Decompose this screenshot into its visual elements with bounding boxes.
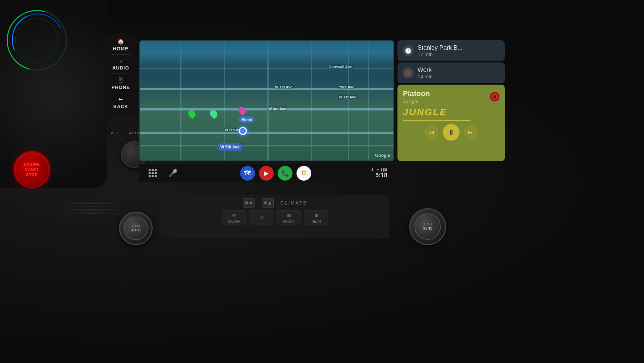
briefcase-icon: 💼 [403, 67, 414, 78]
bottom-nav-left: 🎤 [146, 167, 179, 180]
maps-icon: 🗺 [244, 169, 251, 177]
map-area[interactable]: Cornwall Ave W 1st Ave York Ave W 1st Av… [140, 41, 393, 161]
street-6th [140, 145, 393, 146]
back-icon: ⬅ [118, 96, 123, 102]
vent-line-1 [60, 202, 121, 204]
on-off-label: ON/OFF [227, 220, 240, 223]
fan-down-icon: ▼ [249, 200, 253, 206]
nav-phone-label: PHONE [112, 85, 130, 90]
sync-climate-knob[interactable]: PUSH SYNC [409, 208, 446, 245]
climate-top-row: ❄ ▼ ❄ ▲ CLIMATE [243, 198, 308, 208]
work-card[interactable]: 💼 Work 14 min [397, 62, 505, 83]
battery-icon: ▮▮▮ [380, 167, 387, 172]
water-area [140, 41, 393, 64]
apps-button[interactable] [146, 167, 159, 180]
rear-defrost-button[interactable]: ≋ REAR [305, 210, 328, 225]
google-icon: G [302, 170, 306, 177]
nav-phone[interactable]: 📱 PHONE [112, 77, 130, 90]
fan-icon: ❄ [245, 200, 249, 206]
w1st-label: W 1st Ave [274, 85, 293, 89]
music-controls: ⏮ ⏸ ⏭ [403, 124, 499, 141]
nav-back-label: BACK [113, 104, 128, 109]
signal-icon: LTE [372, 167, 379, 172]
fan-up-arrow: ▲ [267, 200, 272, 206]
front-defrost-icon: ≋ [287, 212, 291, 219]
google-watermark: Google [375, 153, 390, 158]
ac-icon: ❄ [232, 212, 236, 219]
audio-icon: ♪ [119, 58, 122, 64]
phone-call-icon: 📞 [281, 170, 289, 177]
vent-line-2 [60, 206, 121, 207]
stanley-park-duration: 17 min [418, 51, 499, 57]
recirculation-button[interactable]: ↺ [250, 210, 273, 225]
cornwall-label: Cornwall Ave [328, 64, 353, 69]
work-title: Work [418, 66, 499, 74]
time-display: 5:18 [375, 172, 387, 179]
vent-area [54, 195, 121, 222]
nav-audio-label: AUDIO [112, 65, 129, 71]
status-icons: LTE ▮▮▮ [372, 167, 387, 172]
nav-divider-1 [111, 54, 131, 55]
nav-home[interactable]: 🏠 HOME [113, 38, 128, 51]
front-defrost-button[interactable]: ≋ FRONT [277, 210, 301, 225]
phone-icon: 📱 [117, 77, 124, 83]
voice-button[interactable]: 🎤 [166, 167, 179, 180]
prev-button[interactable]: ⏮ [424, 125, 439, 140]
vol-label: VOL [111, 131, 119, 135]
nav-audio[interactable]: ♪ AUDIO [112, 58, 129, 71]
google-assistant-button[interactable]: G [297, 166, 311, 181]
fan-down-button[interactable]: ❄ ▼ [243, 198, 255, 208]
stanley-park-card[interactable]: 🕐 Stanley Park B... 17 min [397, 40, 505, 61]
next-button[interactable]: ⏭ [464, 125, 478, 140]
knob-outer-right: PUSH SYNC [409, 208, 446, 245]
street-1st [140, 88, 393, 90]
maps-button[interactable]: 🗺 [240, 166, 255, 181]
stanley-park-title: Stanley Park B... [418, 44, 499, 51]
street-3rd [140, 108, 393, 110]
phone-button[interactable]: 📞 [278, 166, 292, 181]
right-panel: 🕐 Stanley Park B... 17 min 💼 Work 14 min… [397, 40, 505, 161]
climate-label: CLIMATE [280, 200, 308, 206]
grid-icon [149, 169, 157, 177]
music-header: Platoon Jungle [403, 89, 499, 104]
nav-menu: 🏠 HOME ♪ AUDIO 📱 PHONE ⬅ BACK [104, 34, 138, 114]
ac-on-off-button[interactable]: ❄ ON/OFF [222, 210, 246, 225]
street-cornwall [140, 68, 393, 69]
play-pause-button[interactable]: ⏸ [443, 124, 460, 141]
nav-divider-2 [111, 74, 131, 74]
vol-audio-labels: VOL AUDIO [111, 131, 143, 135]
fan-up-button[interactable]: ❄ ▲ [262, 198, 274, 208]
fan-up-icon-sym: ❄ [263, 200, 267, 206]
home-indicator: Home [239, 117, 255, 123]
youtube-icon: ▶ [264, 170, 269, 177]
track-title: Platoon [403, 89, 430, 98]
work-duration: 14 min [418, 74, 499, 79]
music-progress-bar [403, 120, 471, 121]
stanley-park-text: Stanley Park B... 17 min [418, 44, 499, 57]
artist-name: Jungle [403, 98, 430, 104]
infotainment-screen: Cornwall Ave W 1st Ave York Ave W 1st Av… [139, 40, 394, 161]
knob-label-right: PUSH SYNC [423, 223, 432, 231]
nav-divider-3 [111, 93, 131, 93]
jungle-logo: JUNGLE [403, 107, 499, 118]
w3rd-label: W 3rd Ave [267, 106, 287, 111]
recirc-icon: ↺ [259, 215, 264, 221]
mic-icon: 🎤 [168, 169, 177, 178]
home-icon: 🏠 [117, 38, 124, 45]
auto-climate-knob[interactable]: PUSH AUTO [119, 212, 153, 245]
record-icon [490, 92, 499, 101]
climate-controls: ❄ ▼ ❄ ▲ CLIMATE ❄ ON/OFF ↺ ≋ FRONT ≋ REA… [161, 195, 389, 238]
engine-start-stop-button[interactable]: ENGINE START STOP [13, 151, 50, 188]
youtube-button[interactable]: ▶ [259, 166, 274, 181]
nav-back[interactable]: ⬅ BACK [113, 96, 128, 109]
gauge-inner-ring [15, 18, 59, 62]
current-ave-bubble: W 5th Ave [217, 143, 243, 151]
vent-line-3 [60, 209, 121, 211]
music-card: Platoon Jungle JUNGLE ⏮ ⏸ ⏭ [397, 85, 505, 161]
vent-line-4 [60, 213, 121, 214]
bottom-nav-center: 🗺 ▶ 📞 G [240, 166, 311, 181]
climate-bottom-row: ❄ ON/OFF ↺ ≋ FRONT ≋ REAR [222, 210, 328, 225]
music-info: Platoon Jungle [403, 89, 430, 104]
street-5th [140, 132, 393, 134]
clock-icon: 🕐 [403, 45, 414, 56]
